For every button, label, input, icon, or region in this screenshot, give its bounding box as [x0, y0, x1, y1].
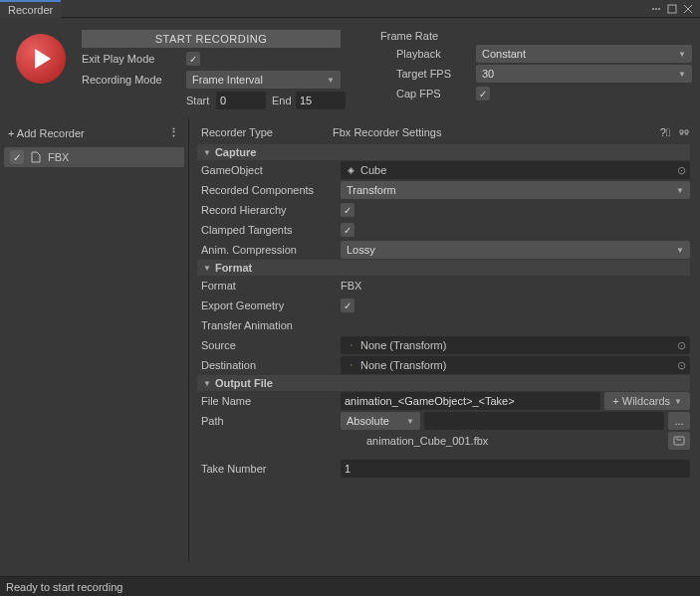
- record-hierarchy-checkbox[interactable]: [341, 203, 354, 217]
- start-frame-label: Start: [186, 95, 216, 106]
- frame-rate-label: Frame Rate: [378, 30, 692, 42]
- chevron-down-icon: ▼: [327, 76, 335, 85]
- path-input[interactable]: [424, 412, 664, 430]
- reveal-button[interactable]: [668, 432, 690, 450]
- status-text: Ready to start recording: [6, 581, 122, 593]
- recorded-components-value: Transform: [347, 184, 396, 196]
- resolved-filename: animation_Cube_001.fbx: [366, 435, 488, 447]
- source-value: None (Transform): [360, 339, 446, 351]
- add-recorder-button[interactable]: + Add Recorder: [8, 127, 85, 139]
- recorded-components-dropdown[interactable]: Transform ▼: [341, 181, 690, 199]
- more-icon[interactable]: ⋮: [168, 126, 180, 139]
- take-number-input[interactable]: [341, 460, 690, 478]
- start-recording-button[interactable]: START RECORDING: [82, 30, 341, 48]
- menu-icon[interactable]: [650, 3, 662, 15]
- format-label: Format: [201, 280, 341, 292]
- format-value: FBX: [341, 280, 361, 292]
- help-icon[interactable]: ?⃝: [660, 126, 670, 138]
- capture-section-header[interactable]: ▼ Capture: [197, 144, 690, 160]
- path-label: Path: [201, 415, 341, 427]
- recorder-type-label: Recorder Type: [201, 126, 333, 138]
- chevron-down-icon: ▼: [678, 70, 686, 79]
- cube-icon: ◈: [345, 164, 356, 176]
- wildcards-label: + Wildcards: [612, 395, 670, 407]
- record-hierarchy-label: Record Hierarchy: [201, 204, 341, 216]
- object-picker-icon[interactable]: ⊙: [677, 359, 686, 372]
- exit-play-mode-label: Exit Play Mode: [82, 53, 186, 65]
- export-geometry-checkbox[interactable]: [341, 298, 354, 312]
- transform-icon: ⬞: [345, 339, 356, 351]
- object-picker-icon[interactable]: ⊙: [677, 339, 686, 352]
- exit-play-mode-checkbox[interactable]: [186, 52, 200, 66]
- export-geometry-label: Export Geometry: [201, 299, 341, 311]
- transfer-animation-label: Transfer Animation: [201, 319, 341, 331]
- chevron-down-icon: ▼: [674, 397, 682, 406]
- svg-point-1: [655, 8, 657, 10]
- preset-icon[interactable]: [678, 126, 690, 138]
- chevron-down-icon: ▼: [676, 246, 684, 255]
- recorded-components-label: Recorded Components: [201, 184, 341, 196]
- chevron-down-icon: ▼: [676, 186, 684, 195]
- recorder-type-value: Fbx Recorder Settings: [333, 126, 441, 138]
- chevron-down-icon: ▼: [203, 264, 211, 273]
- playback-label: Playback: [396, 48, 476, 60]
- cap-fps-label: Cap FPS: [396, 88, 476, 99]
- close-icon[interactable]: [682, 3, 694, 15]
- end-frame-label: End: [266, 95, 296, 106]
- object-picker-icon[interactable]: ⊙: [677, 164, 686, 177]
- recorder-item-label: FBX: [48, 151, 69, 163]
- gameobject-field[interactable]: ◈ Cube ⊙: [341, 161, 690, 179]
- chevron-down-icon: ▼: [406, 417, 414, 426]
- path-mode-dropdown[interactable]: Absolute ▼: [341, 412, 420, 430]
- clamped-tangents-label: Clamped Tangents: [201, 224, 341, 236]
- end-frame-input[interactable]: [296, 92, 346, 109]
- svg-rect-3: [668, 5, 676, 13]
- tab-label: Recorder: [8, 4, 53, 16]
- clamped-tangents-checkbox[interactable]: [341, 223, 354, 237]
- transform-icon: ⬞: [345, 359, 356, 371]
- start-frame-input[interactable]: [216, 92, 266, 109]
- path-mode-value: Absolute: [347, 415, 389, 427]
- svg-point-2: [658, 8, 660, 10]
- chevron-down-icon: ▼: [203, 379, 211, 388]
- playback-dropdown[interactable]: Constant ▼: [476, 45, 692, 63]
- svg-rect-6: [674, 437, 684, 445]
- anim-compression-label: Anim. Compression: [201, 244, 341, 256]
- destination-value: None (Transform): [360, 359, 446, 371]
- destination-field[interactable]: ⬞ None (Transform) ⊙: [341, 356, 690, 374]
- wildcards-button[interactable]: + Wildcards ▼: [604, 392, 690, 410]
- record-button[interactable]: [16, 34, 66, 84]
- chevron-down-icon: ▼: [203, 148, 211, 157]
- format-title: Format: [215, 262, 252, 274]
- take-number-label: Take Number: [201, 463, 341, 475]
- output-section-header[interactable]: ▼ Output File: [197, 375, 690, 391]
- format-section-header[interactable]: ▼ Format: [197, 260, 690, 276]
- target-fps-dropdown[interactable]: 30 ▼: [476, 65, 692, 83]
- chevron-down-icon: ▼: [678, 50, 686, 59]
- recorder-list-item[interactable]: FBX: [4, 147, 184, 167]
- recording-mode-label: Recording Mode: [82, 74, 186, 86]
- source-field[interactable]: ⬞ None (Transform) ⊙: [341, 336, 690, 354]
- browse-button[interactable]: ...: [668, 412, 690, 430]
- anim-compression-value: Lossy: [347, 244, 375, 256]
- play-icon: [35, 49, 51, 69]
- gameobject-value: Cube: [360, 164, 386, 176]
- filename-input[interactable]: [341, 392, 600, 410]
- tab-recorder[interactable]: Recorder: [0, 0, 61, 18]
- target-fps-label: Target FPS: [396, 68, 476, 80]
- playback-value: Constant: [482, 48, 526, 60]
- capture-title: Capture: [215, 146, 257, 158]
- recording-mode-dropdown[interactable]: Frame Interval ▼: [186, 71, 341, 89]
- file-icon: [30, 151, 42, 163]
- filename-label: File Name: [201, 395, 341, 407]
- output-title: Output File: [215, 377, 273, 389]
- target-fps-value: 30: [482, 68, 494, 80]
- gameobject-label: GameObject: [201, 164, 341, 176]
- reveal-icon: [673, 435, 685, 447]
- source-label: Source: [201, 339, 341, 351]
- maximize-icon[interactable]: [666, 3, 678, 15]
- recorder-enabled-checkbox[interactable]: [10, 150, 24, 164]
- svg-point-0: [652, 8, 654, 10]
- anim-compression-dropdown[interactable]: Lossy ▼: [341, 241, 690, 259]
- cap-fps-checkbox[interactable]: [476, 87, 490, 100]
